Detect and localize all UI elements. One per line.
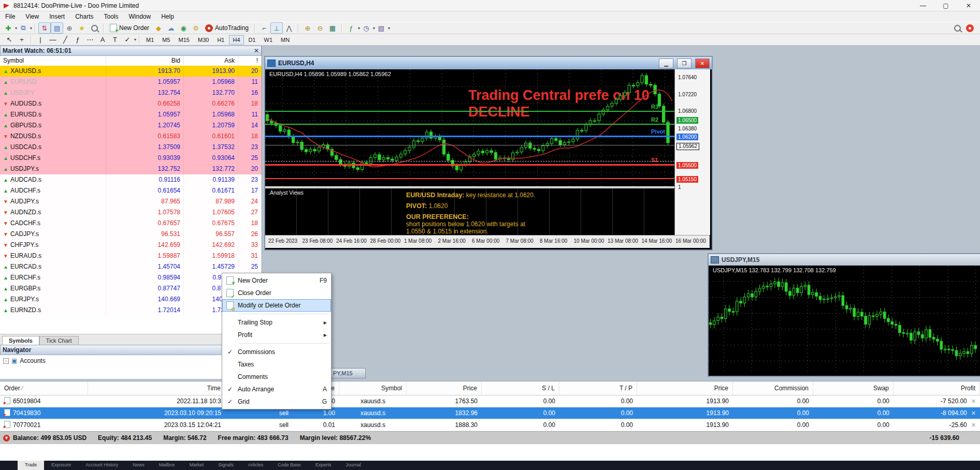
orders-column-time[interactable]: Time	[88, 381, 225, 395]
market-watch-row[interactable]: ▲AUDCHF.s0.616540.6167117	[0, 185, 262, 196]
chart-close-button[interactable]: ✕	[695, 58, 710, 68]
eurusd-window-title-bar[interactable]: EURUSD,H4 ▁ ❐ ✕	[265, 57, 712, 69]
market-watch-row[interactable]: ▲USDJPY.s132.752132.77220	[0, 164, 262, 174]
terminal-tab-account-history[interactable]: Account History	[78, 461, 125, 467]
timeframe-m5[interactable]: M5	[158, 35, 174, 45]
text-label-tool-button[interactable]: T	[109, 34, 121, 46]
timeframe-mn[interactable]: MN	[277, 35, 293, 45]
zoom-out-button[interactable]: ⊖	[314, 22, 326, 34]
order-row[interactable]: 650198042022.11.18 10:30.50xauusd.s1763.…	[0, 395, 980, 407]
market-watch-row[interactable]: ▼AUDJPY.s87.96587.98924	[0, 196, 262, 207]
eurusd-time-axis[interactable]: 22 Feb 202323 Feb 08:0024 Feb 16:0028 Fe…	[265, 235, 710, 248]
mql5-cloud-button[interactable]: ☁	[165, 22, 177, 34]
line-chart-button[interactable]: ⋀	[283, 22, 295, 34]
context-menu-item-commissions[interactable]: ✓Commissions	[222, 346, 331, 358]
terminal-tab-trade[interactable]: Trade	[18, 461, 44, 470]
timeframe-h1[interactable]: H1	[213, 35, 228, 45]
market-watch-row[interactable]: ▼AUDUSD.s0.662580.6627618	[0, 98, 262, 109]
market-watch-column-symbol[interactable]: Symbol	[0, 56, 106, 66]
orders-column-symbol[interactable]: Symbol	[339, 381, 407, 395]
market-watch-row[interactable]: ▲USDCHF.s0.930390.9306425	[0, 153, 262, 164]
orders-column-price[interactable]: Price	[407, 381, 482, 395]
market-watch-row[interactable]: ▼CADCHF.s0.676570.6767518	[0, 218, 262, 229]
cursor-tool-button[interactable]: ↖	[3, 34, 16, 46]
menu-window[interactable]: Window	[124, 12, 156, 21]
tile-windows-button[interactable]: ▦	[326, 22, 339, 34]
context-menu-item-auto-arrange[interactable]: ✓Auto ArrangeA	[222, 383, 331, 395]
context-menu-item-trailing-stop[interactable]: Trailing Stop▶	[222, 316, 331, 329]
crosshair-tool-button[interactable]: +	[16, 34, 28, 46]
terminal-tab-signals[interactable]: Signals	[211, 461, 241, 467]
context-menu-item-close-order[interactable]: Close Order	[222, 287, 331, 299]
menu-tools[interactable]: Tools	[99, 12, 124, 21]
context-menu-item-modify-or-delete-order[interactable]: Modify or Delete Order	[222, 299, 331, 312]
market-watch-toggle[interactable]: ⇅	[38, 22, 51, 34]
order-row[interactable]: 704198302023.03.10 09:20:15sell1.00xauus…	[0, 407, 980, 419]
strategy-tester-toggle[interactable]	[88, 22, 100, 34]
metaeditor-button[interactable]: ◆	[152, 22, 165, 34]
orders-column-commission[interactable]: Commission	[733, 381, 813, 395]
zoom-in-button[interactable]: ⊕	[301, 22, 314, 34]
terminal-tab-code-base[interactable]: Code Base	[270, 461, 308, 467]
usdjpy-window-title-bar[interactable]: USDJPY,M15	[709, 254, 980, 266]
market-watch-header[interactable]: SymbolBidAsk!	[0, 56, 262, 66]
market-watch-row[interactable]: ▲EURUSD1.059571.0596811	[0, 77, 262, 87]
minimize-button[interactable]: —	[912, 0, 934, 11]
menu-file[interactable]: File	[0, 12, 20, 21]
market-watch-tab-tick-chart[interactable]: Tick Chart	[39, 336, 79, 345]
chart-minimize-button[interactable]: ▁	[659, 58, 673, 68]
market-watch-row[interactable]: ▲USDJPY132.754132.77016	[0, 87, 262, 98]
terminal-tab-experts[interactable]: Experts	[308, 461, 339, 467]
terminal-tab-news[interactable]: News	[125, 461, 152, 467]
new-order-button[interactable]: New Order	[107, 23, 152, 33]
market-watch-row[interactable]: ▼CHFJPY.s142.659142.69233	[0, 240, 262, 251]
context-menu-item-new-order[interactable]: New OrderF9	[222, 274, 331, 287]
terminal-tab-market[interactable]: Market	[182, 461, 211, 467]
menu-charts[interactable]: Charts	[70, 12, 98, 21]
market-watch-row[interactable]: ▼CADJPY.s96.53196.55726	[0, 229, 262, 240]
autotrading-button[interactable]: AutoTrading	[202, 24, 252, 33]
timeframe-m30[interactable]: M30	[194, 35, 212, 45]
orders-column-swap[interactable]: Swap	[813, 381, 893, 395]
orders-column-profit[interactable]: Profit	[893, 381, 980, 395]
market-watch-column-bid[interactable]: Bid	[106, 56, 184, 66]
menu-help[interactable]: Help	[156, 12, 179, 21]
templates-dropdown-icon[interactable]: ▾	[388, 26, 390, 31]
notification-badge[interactable]	[963, 22, 976, 34]
indicators-button[interactable]: ƒ	[345, 22, 357, 34]
timeframe-d1[interactable]: D1	[245, 35, 260, 45]
fibonacci-tool-button[interactable]: ƒ	[71, 34, 84, 46]
market-watch-column-[interactable]: !	[238, 56, 262, 66]
market-watch-row[interactable]: ▲EURUSD.s1.059571.0596811	[0, 109, 262, 120]
cycle-lines-tool-button[interactable]: ⋯	[84, 34, 96, 46]
profiles-button[interactable]: ⧉	[17, 22, 30, 34]
context-menu-item-comments[interactable]: Comments	[222, 371, 331, 383]
close-order-x-icon[interactable]: ✕	[971, 422, 976, 428]
orders-column-t-p[interactable]: T / P	[559, 381, 637, 395]
text-tool-button[interactable]: A	[96, 34, 109, 46]
market-watch-row[interactable]: ▲XAUUSD.s1913.701913.9020	[0, 66, 262, 77]
terminal-toggle[interactable]: ★	[76, 22, 88, 34]
navigator-toggle[interactable]: ⊕	[63, 22, 76, 34]
profiles-dropdown-icon[interactable]: ▾	[30, 26, 32, 31]
periods-button[interactable]: ◷	[360, 22, 372, 34]
close-button[interactable]: ✕	[957, 0, 980, 11]
close-order-x-icon[interactable]: ✕	[971, 398, 976, 404]
menu-insert[interactable]: Insert	[44, 12, 70, 21]
new-chart-button[interactable]: ✚	[2, 22, 15, 34]
navigator-item-accounts[interactable]: Accounts	[20, 357, 45, 364]
market-watch-column-ask[interactable]: Ask	[184, 56, 238, 66]
context-menu-item-taxes[interactable]: Taxes	[222, 358, 331, 371]
orders-table-header[interactable]: Order ∕TimeTypeSizeSymbolPriceS / LT / P…	[0, 381, 980, 395]
maximize-button[interactable]: ▢	[934, 0, 957, 11]
data-window-toggle[interactable]: ▤	[51, 22, 63, 34]
eurusd-price-scale[interactable]: 1.076401.072201.068001.065001.063801.062…	[674, 69, 710, 235]
market-watch-row[interactable]: ▼NZDUSD.s0.615830.6160118	[0, 131, 262, 142]
terminal-tab-articles[interactable]: Articles	[241, 461, 271, 467]
search-button[interactable]	[951, 22, 963, 34]
close-order-x-icon[interactable]: ✕	[971, 410, 976, 416]
market-watch-row[interactable]: ▼AUDNZD.s1.075781.0760527	[0, 207, 262, 218]
market-watch-row[interactable]: ▲AUDCAD.s0.911160.9113923	[0, 174, 262, 185]
terminal-tab-journal[interactable]: Journal	[338, 461, 368, 467]
usdjpy-chart-area[interactable]: USDJPY,M15 132.783 132.799 132.708 132.7…	[709, 266, 980, 374]
